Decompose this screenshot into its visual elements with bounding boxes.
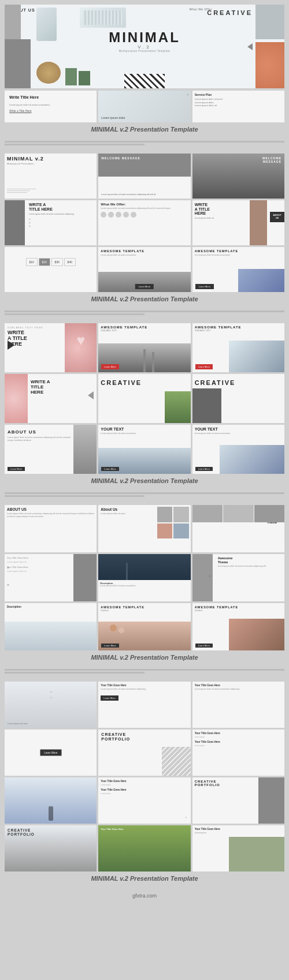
photo-cactus2 <box>79 71 90 85</box>
s5-6-sub2: Lorem ipsum <box>195 745 282 747</box>
s4-6-text: Lorem ipsum dolor sit amet consectetur a… <box>218 565 282 568</box>
s4-8-btn[interactable]: Learn More <box>101 644 118 648</box>
slide-s1-c-text: Lorem ipsum dolor sit ametLorem ipsum do… <box>195 98 282 107</box>
slide-s5-11: Your Title Goes Here <box>98 825 190 871</box>
s2-7-prices: $10 $20 $30 $40 <box>7 258 94 266</box>
s3-7-btn[interactable]: Learn More <box>8 467 25 471</box>
s3-4-title: WRITE ATITLEHERE <box>31 380 50 395</box>
s4-3-p3 <box>254 505 284 522</box>
watermark: gfxtra.com <box>0 890 289 902</box>
s3-9-text: Lorem ipsum dolor sit amet consectetur <box>195 432 282 435</box>
section2-label-bold: MINIMAL v.2 <box>91 296 128 302</box>
s2-4-text: Lorem ipsum dolor sit amet consectetur a… <box>29 213 94 215</box>
section-5: Lorem ipsum text here ⌄ ⌄ Your Title Goe… <box>0 677 289 890</box>
slide-s2-5: What We Offer: Lorem ipsum dolor sit ame… <box>98 200 190 245</box>
s4-6-title: AwesomeTheme <box>218 556 282 564</box>
p1 <box>157 507 173 522</box>
chev3: » <box>29 224 94 227</box>
s3-3-title: AWESOME TEMPLATE <box>195 326 282 329</box>
s2-8-text: Lorem ipsum dolor sit amet consectetur <box>101 254 188 256</box>
s4-8-sub: Sublabel <box>101 609 188 612</box>
s3-7-text: Lorem ipsum dolor sit amet consectetur a… <box>8 436 71 442</box>
s5-4-btn[interactable]: Learn More <box>40 750 61 756</box>
p3 <box>157 523 173 539</box>
slide-s4-4: Your Title Goes Here Lorem ipsum dolor s… <box>5 554 97 601</box>
obj1 <box>110 624 117 631</box>
s3-6-title: CREATIVE <box>195 379 282 386</box>
s3-8-btn[interactable]: Learn More <box>101 467 118 471</box>
divider-3 <box>0 492 289 497</box>
sec2-row1: MINIMAL v.2 Multipurpose Presentation WE… <box>0 154 289 199</box>
slide-s2-2: WELCOME MESSAGE Lorem ipsum dolor sit am… <box>98 154 190 199</box>
sec2-row3: $10 $20 $30 $40 AWESOME TEMPLATE Lorem i… <box>0 247 289 292</box>
s2-9-btn[interactable]: Learn More <box>195 284 214 289</box>
divider-bar-5 <box>5 492 284 494</box>
creative-label: CREATIVE <box>207 9 253 16</box>
s2-2-text: Lorem ipsum dolor sit amet consectetur a… <box>101 193 187 196</box>
watermark-text: gfxtra.com <box>132 893 157 899</box>
deco-lines <box>162 747 191 776</box>
divider-bar-1 <box>5 141 284 143</box>
s4-5-text: Lorem ipsum dolor sit amet consectetur <box>100 585 188 587</box>
arrow-light <box>88 391 94 399</box>
s2-1-lines <box>7 188 36 194</box>
sec3-row1: SUBLABEL TEXT HERE WRITEA TITLEHERE ♥ AW… <box>0 323 289 372</box>
slide-s3-8: YOUR TEXT Lorem ipsum dolor sit amet con… <box>98 425 190 474</box>
photo-coffee <box>36 62 61 84</box>
slide-s3-1: SUBLABEL TEXT HERE WRITEA TITLEHERE ♥ <box>5 323 97 372</box>
obj2 <box>118 627 124 633</box>
sec5-row3: Your Title Goes Here Lorem ipsum Your Ti… <box>0 777 289 824</box>
s2-8-title: AWESOME TEMPLATE <box>101 249 188 253</box>
slide-s4-6: » AwesomeTheme Lorem ipsum dolor sit ame… <box>192 554 284 601</box>
divider-bar-3 <box>5 311 284 312</box>
p2 <box>173 507 189 522</box>
section-3: SUBLABEL TEXT HERE WRITEA TITLEHERE ♥ AW… <box>0 319 289 492</box>
s3-5-title: CREATIVE <box>101 379 188 386</box>
s5-5-deco <box>162 747 191 776</box>
s4-6-chev: » <box>209 574 211 578</box>
s2-9-text: Lorem ipsum dolor sit amet consectetur <box>195 254 282 256</box>
slide-s2-9: AWESOME TEMPLATE Lorem ipsum dolor sit a… <box>192 247 284 292</box>
slide-s4-5: Description Lorem ipsum dolor sit amet c… <box>98 554 190 601</box>
photo-right-top <box>255 5 284 39</box>
slide-s3-2: AWESOME TEMPLATE SUBLABEL TEXT Learn Mor… <box>98 323 190 372</box>
s4-6-content: AwesomeTheme Lorem ipsum dolor sit amet … <box>218 556 282 568</box>
s5-11-photo <box>98 825 190 871</box>
sec2-row2: WRITE ATITLE HERE Lorem ipsum dolor sit … <box>0 200 289 245</box>
s3-3-btn[interactable]: Learn More <box>195 364 213 369</box>
s5-2-btn[interactable]: Learn More <box>101 695 118 701</box>
chevron-1: » <box>187 92 188 96</box>
s4-4-photo <box>73 554 97 601</box>
s4-9-btn[interactable]: Learn More <box>195 644 213 648</box>
s3-2-btn[interactable]: Learn More <box>101 364 118 369</box>
line3 <box>7 192 27 193</box>
s5-10-title: CREATIVEPORTFOLIO <box>8 828 35 836</box>
s2-8-btn[interactable]: Learn More <box>135 284 154 289</box>
minimal-title: MINIMAL V.2 Multipurpose Presentation Te… <box>109 31 180 53</box>
s3-2-title: AWESOME TEMPLATE <box>101 326 188 329</box>
slide-s3-6: CREATIVE <box>192 374 284 423</box>
slide-s1-c-title: Service Plan <box>195 93 282 96</box>
s5-8-arrow: ⌄ <box>184 816 188 821</box>
slide-s5-2: Your Title Goes Here Lorem ipsum dolor s… <box>98 682 190 728</box>
slide-s4-7: Description <box>5 603 97 650</box>
slide-s1-a-link[interactable]: Write a Title Here <box>7 108 94 114</box>
s5-8-t2: Your Title Goes Here <box>101 788 188 791</box>
slide-s3-5: CREATIVE <box>98 374 190 423</box>
s2-1-sub: Multipurpose Presentation <box>7 162 94 165</box>
divider-4 <box>0 669 289 674</box>
s4-5-photo <box>98 554 190 580</box>
s2-6-text: Lorem ipsum dolor sit <box>195 217 282 219</box>
s4-7-photo <box>5 622 97 650</box>
slide-s5-9: CREATIVEPORTFOLIO <box>192 777 284 824</box>
s3-9-btn[interactable]: Learn More <box>195 467 213 471</box>
section5-label-rest: Presentation Template <box>130 875 198 882</box>
s3-9-title: YOUR TEXT <box>195 427 282 431</box>
s4-4-chev: » <box>7 566 9 570</box>
tower1 <box>143 349 146 372</box>
divider-2 <box>0 311 289 315</box>
slide-s5-5: CREATIVEPORTFOLIO <box>98 730 190 776</box>
slide-s1-c: Service Plan Lorem ipsum dolor sit ametL… <box>192 91 284 122</box>
sec5-row1: Lorem ipsum text here ⌄ ⌄ Your Title Goe… <box>0 682 289 728</box>
slide-s2-8: AWESOME TEMPLATE Lorem ipsum dolor sit a… <box>98 247 190 292</box>
